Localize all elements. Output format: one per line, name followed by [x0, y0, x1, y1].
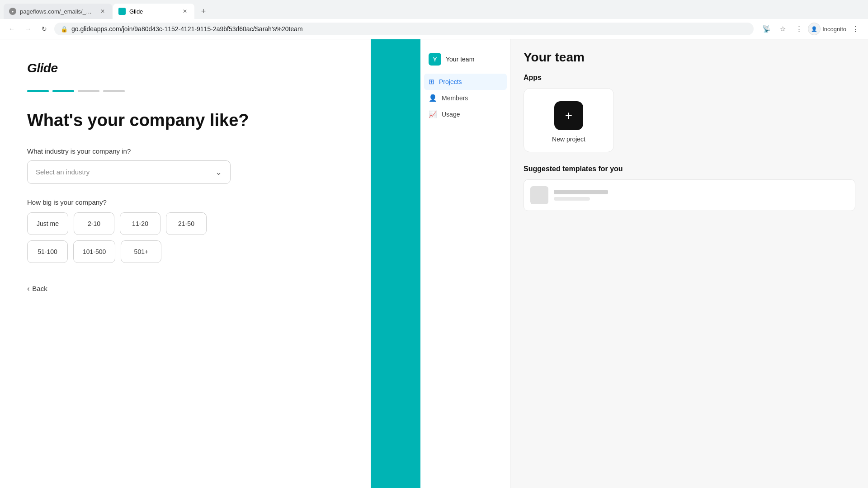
- more-options-icon[interactable]: ⋮: [848, 22, 863, 36]
- url-text: go.glideapps.com/join/9a80d43c-1152-4121…: [71, 25, 747, 33]
- tab-title-glide: Glide: [129, 8, 177, 15]
- back-label: Back: [32, 285, 47, 292]
- forward-nav-button[interactable]: →: [22, 23, 34, 35]
- template-desc-bar-1: [554, 197, 590, 201]
- tab-pageflows[interactable]: ● pageflows.com/_emails/_7fb5d ✕: [4, 4, 112, 19]
- tab-close-pageflows[interactable]: ✕: [99, 7, 107, 15]
- tab-favicon-glide: [118, 8, 126, 15]
- industry-dropdown[interactable]: Select an industry ⌄: [27, 160, 231, 184]
- bookmark-icon[interactable]: ☆: [775, 22, 790, 36]
- size-2-10[interactable]: 2-10: [74, 212, 114, 235]
- cast-icon[interactable]: 📡: [759, 22, 774, 36]
- main-area: Glide What's your company like? What ind…: [0, 39, 868, 488]
- tab-bar: ● pageflows.com/_emails/_7fb5d ✕ Glide ✕…: [0, 0, 868, 19]
- new-project-label: New project: [552, 136, 585, 143]
- sidebar-item-members[interactable]: 👤 Members: [420, 90, 510, 106]
- new-project-card[interactable]: + New project: [524, 88, 614, 152]
- company-size-label: How big is your company?: [27, 198, 344, 206]
- lock-icon: 🔒: [61, 26, 68, 33]
- right-sidebar: Y Your team ⊞ Projects 👤 Members 📈 Usage…: [420, 39, 868, 488]
- sidebar-item-members-label: Members: [442, 94, 468, 102]
- usage-icon: 📈: [429, 110, 437, 118]
- apps-section-title: Apps: [524, 74, 855, 82]
- tab-title-pageflows: pageflows.com/_emails/_7fb5d: [20, 8, 95, 15]
- template-thumbnail-1: [530, 186, 548, 204]
- industry-label: What industry is your company in?: [27, 147, 344, 155]
- size-11-20[interactable]: 11-20: [120, 212, 160, 235]
- members-icon: 👤: [429, 94, 437, 102]
- sidebar-item-usage[interactable]: 📈 Usage: [420, 106, 510, 122]
- progress-step-2: [52, 90, 74, 92]
- progress-step-3: [78, 90, 99, 92]
- new-tab-button[interactable]: +: [197, 5, 210, 18]
- industry-placeholder: Select an industry: [36, 168, 90, 176]
- form-heading: What's your company like?: [27, 110, 344, 131]
- back-arrow-icon: ‹: [27, 285, 29, 293]
- browser-chrome: ● pageflows.com/_emails/_7fb5d ✕ Glide ✕…: [0, 0, 868, 39]
- size-101-500[interactable]: 101-500: [73, 240, 115, 263]
- glide-logo: Glide: [27, 61, 344, 75]
- back-button[interactable]: ‹ Back: [27, 285, 344, 293]
- sidebar-team-header: Y Your team: [420, 48, 510, 74]
- apps-grid: + New project: [524, 88, 855, 152]
- browser-settings-icon[interactable]: ⋮: [792, 22, 806, 36]
- progress-step-4: [103, 90, 125, 92]
- panel-title: Your team: [524, 50, 855, 65]
- nav-bar: ← → ↻ 🔒 go.glideapps.com/join/9a80d43c-1…: [0, 19, 868, 39]
- incognito-label: Incognito: [822, 26, 846, 33]
- template-card-1[interactable]: [524, 179, 855, 211]
- teal-divider: [371, 39, 420, 488]
- template-cards: [524, 179, 855, 211]
- suggested-templates-title: Suggested templates for you: [524, 165, 855, 173]
- new-project-icon: +: [554, 101, 583, 130]
- template-name-bar-1: [554, 190, 608, 194]
- right-panel: Your team Apps + New project Suggested t…: [511, 39, 868, 488]
- address-bar[interactable]: 🔒 go.glideapps.com/join/9a80d43c-1152-41…: [54, 23, 754, 35]
- projects-icon: ⊞: [429, 78, 434, 86]
- sidebar-item-usage-label: Usage: [442, 111, 460, 118]
- size-501-plus[interactable]: 501+: [121, 240, 161, 263]
- template-info-1: [554, 190, 849, 201]
- back-nav-button[interactable]: ←: [5, 23, 18, 35]
- size-51-100[interactable]: 51-100: [27, 240, 68, 263]
- reload-button[interactable]: ↻: [38, 23, 51, 35]
- nav-actions: 📡 ☆ ⋮ 👤 Incognito ⋮: [759, 22, 863, 36]
- size-buttons-row-1: Just me 2-10 11-20 21-50: [27, 212, 344, 235]
- size-just-me[interactable]: Just me: [27, 212, 68, 235]
- sidebar-team-name: Your team: [446, 56, 474, 63]
- form-area: Glide What's your company like? What ind…: [0, 39, 371, 488]
- tab-favicon-pageflows: ●: [9, 8, 16, 15]
- sidebar-item-projects-label: Projects: [439, 78, 462, 85]
- size-21-50[interactable]: 21-50: [166, 212, 207, 235]
- sidebar-navigation: Y Your team ⊞ Projects 👤 Members 📈 Usage: [420, 39, 511, 488]
- sidebar-item-projects[interactable]: ⊞ Projects: [424, 74, 507, 90]
- progress-step-1: [27, 90, 49, 92]
- profile-button[interactable]: 👤: [808, 23, 821, 35]
- tab-glide[interactable]: Glide ✕: [113, 4, 194, 19]
- team-avatar: Y: [429, 53, 441, 66]
- size-buttons-row-2: 51-100 101-500 501+: [27, 240, 344, 263]
- progress-bar: [27, 90, 344, 92]
- chevron-down-icon: ⌄: [215, 167, 222, 177]
- tab-close-glide[interactable]: ✕: [181, 7, 189, 15]
